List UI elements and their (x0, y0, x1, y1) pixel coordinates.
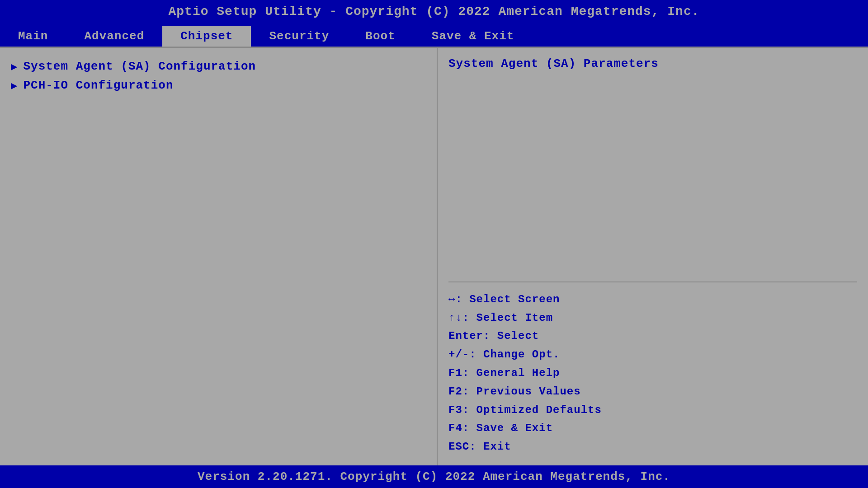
title-text: Aptio Setup Utility - Copyright (C) 2022… (169, 5, 700, 19)
nav-bar: MainAdvancedChipsetSecurityBootSave & Ex… (0, 23, 868, 47)
key-hint: +/-: Change Opt. (448, 346, 857, 364)
footer: Version 2.20.1271. Copyright (C) 2022 Am… (0, 465, 868, 488)
title-bar: Aptio Setup Utility - Copyright (C) 2022… (0, 0, 868, 23)
nav-item-chipset[interactable]: Chipset (162, 26, 251, 47)
key-hint: F4: Save & Exit (448, 419, 857, 438)
key-help: ↔: Select Screen↑↓: Select ItemEnter: Se… (448, 291, 857, 456)
right-panel: System Agent (SA) Parameters ↔: Select S… (438, 48, 868, 465)
menu-item-label: System Agent (SA) Configuration (23, 60, 256, 73)
key-hint: F1: General Help (448, 364, 857, 383)
left-panel: ▶System Agent (SA) Configuration▶PCH-IO … (0, 48, 438, 465)
key-hint: Enter: Select (448, 327, 857, 346)
nav-item-advanced[interactable]: Advanced (66, 26, 162, 47)
menu-item[interactable]: ▶System Agent (SA) Configuration (7, 57, 429, 76)
key-hint: ESC: Exit (448, 438, 857, 456)
menu-item-label: PCH-IO Configuration (23, 79, 173, 92)
divider (448, 282, 857, 282)
nav-item-main[interactable]: Main (0, 26, 66, 47)
nav-item-security[interactable]: Security (251, 26, 347, 47)
menu-item[interactable]: ▶PCH-IO Configuration (7, 76, 429, 95)
key-hint: ↑↓: Select Item (448, 309, 857, 328)
key-hint: F3: Optimized Defaults (448, 401, 857, 420)
key-hint: F2: Previous Values (448, 383, 857, 401)
footer-text: Version 2.20.1271. Copyright (C) 2022 Am… (198, 470, 670, 483)
arrow-icon: ▶ (11, 79, 18, 92)
arrow-icon: ▶ (11, 60, 18, 73)
bios-screen: Aptio Setup Utility - Copyright (C) 2022… (0, 0, 868, 488)
nav-item-boot[interactable]: Boot (347, 26, 413, 47)
main-content: ▶System Agent (SA) Configuration▶PCH-IO … (0, 47, 868, 465)
help-content-area (448, 78, 857, 277)
key-hint: ↔: Select Screen (448, 291, 857, 309)
help-title: System Agent (SA) Parameters (448, 57, 857, 70)
nav-item-save-and-exit[interactable]: Save & Exit (414, 26, 533, 47)
